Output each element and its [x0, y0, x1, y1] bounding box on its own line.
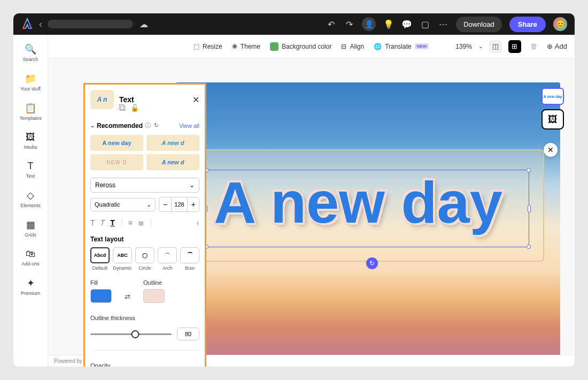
rail-text[interactable]: TText — [13, 157, 48, 182]
tip-icon[interactable]: 💡 — [383, 19, 394, 29]
close-icon[interactable]: ✕ — [192, 95, 199, 105]
text-icon: T — [28, 161, 34, 172]
outline-thickness-value[interactable]: 80 — [177, 328, 199, 340]
cloud-icon[interactable]: ☁ — [140, 19, 148, 29]
elements-icon: ◇ — [27, 189, 34, 201]
rail-premium[interactable]: ✦Premium — [13, 274, 48, 299]
rotate-handle[interactable]: ↻ — [366, 257, 378, 269]
panel-thumb: A n — [90, 90, 114, 109]
new-badge: NEW — [415, 43, 429, 49]
left-rail: 🔍Search 📁Your stuff 📋Templates 🖼Media TT… — [13, 35, 48, 367]
media-icon: 🖼 — [26, 132, 35, 143]
undo-icon[interactable]: ↶ — [326, 19, 336, 29]
font-style-select[interactable]: Quadratic⌄ — [90, 198, 156, 211]
chevron-down-icon: ⌄ — [189, 181, 195, 189]
layout-dynamic[interactable]: ABC — [113, 247, 132, 263]
align-tool[interactable]: ⊟Align — [341, 43, 364, 50]
redo-icon[interactable]: ↷ — [344, 19, 354, 29]
text-panel: A n Text ✕ ⿻ 🔓 ⌄ Recommended ⓘ ↻ View al… — [83, 83, 206, 367]
layout-default[interactable]: Abcd — [90, 247, 110, 263]
close-panel-button[interactable]: ✕ — [544, 143, 558, 157]
resize-tool[interactable]: ⬚Resize — [194, 43, 222, 50]
addons-icon: 🛍 — [26, 248, 35, 260]
grid-toggle-icon[interactable]: ⊞ — [508, 40, 521, 53]
font-variant-3[interactable]: T — [110, 218, 115, 227]
resize-icon: ⬚ — [194, 43, 199, 50]
sel-handle[interactable] — [527, 168, 531, 172]
layout-circle[interactable]: ◯ — [135, 247, 154, 263]
canvas[interactable]: A new day ↻ A new day 🖼 ✕ A — [48, 58, 575, 367]
copy-icon[interactable]: ⿻ — [119, 104, 126, 112]
decrease-button[interactable]: − — [159, 197, 171, 211]
app-logo — [21, 18, 34, 31]
user-avatar[interactable]: 😊 — [553, 17, 567, 31]
zoom-level[interactable]: 139% — [455, 43, 472, 50]
list-icon[interactable]: ≣ — [138, 218, 144, 227]
bgcolor-tool[interactable]: Background color — [270, 42, 331, 51]
layers-icon[interactable]: ◫ — [489, 40, 502, 53]
premium-icon: ✦ — [27, 277, 35, 289]
back-arrow-icon[interactable]: ‹ — [39, 19, 42, 30]
chevron-down-icon: ⌄ — [146, 201, 151, 208]
rail-your-stuff[interactable]: 📁Your stuff — [13, 70, 48, 95]
rail-grids[interactable]: ▦Grids — [13, 216, 48, 241]
outline-thickness-label: Outline thickness — [90, 315, 135, 321]
download-button[interactable]: Download — [456, 17, 502, 32]
opacity-label: Opacity — [90, 362, 110, 367]
sel-handle[interactable] — [528, 205, 531, 212]
font-variant-1[interactable]: T — [90, 218, 95, 227]
rail-media[interactable]: 🖼Media — [13, 128, 48, 153]
layout-bow[interactable]: ⁀ — [180, 247, 199, 263]
comment-icon[interactable]: 💬 — [401, 19, 412, 29]
fill-swatch[interactable] — [90, 289, 112, 303]
theme-tool[interactable]: ❋Theme — [232, 43, 260, 50]
rail-addons[interactable]: 🛍Add-ons — [13, 245, 48, 270]
template-tile[interactable]: NEW D — [90, 154, 143, 170]
topbar: ‹ ☁ ↶ ↷ 👤 💡 💬 ▢ ⋯ Download Share 😊 — [13, 13, 575, 35]
template-tile[interactable]: A new d — [146, 135, 199, 151]
toolbar: ⬚Resize ❋Theme Background color ⊟Align 🌐… — [48, 35, 575, 58]
refresh-icon[interactable]: ↻ — [154, 122, 159, 129]
view-all-link[interactable]: View all — [179, 123, 199, 129]
grids-icon: ▦ — [26, 219, 35, 231]
font-variant-2[interactable]: T — [100, 218, 105, 227]
lock-icon[interactable]: 🔓 — [130, 104, 139, 112]
translate-tool[interactable]: 🌐TranslateNEW — [374, 43, 429, 50]
rail-templates[interactable]: 📋Templates — [13, 99, 48, 124]
outline-thickness-slider[interactable] — [90, 333, 172, 335]
outline-label: Outline — [143, 279, 165, 286]
page-thumb[interactable]: A new day — [541, 88, 564, 105]
spacing-icon[interactable]: ⫞ — [196, 218, 199, 227]
rail-search[interactable]: 🔍Search — [13, 40, 48, 65]
bgcolor-swatch — [270, 42, 278, 51]
translate-icon: 🌐 — [374, 43, 382, 50]
delete-icon[interactable]: 🗑 — [528, 40, 540, 53]
add-button[interactable]: ⊕Add — [547, 42, 567, 50]
templates-icon: 📋 — [25, 102, 36, 114]
rail-elements[interactable]: ◇Elements — [13, 186, 48, 211]
template-tile[interactable]: A new day — [90, 135, 143, 151]
template-tile[interactable]: A new d — [146, 154, 199, 170]
workspace: ⬚Resize ❋Theme Background color ⊟Align 🌐… — [48, 35, 575, 367]
slider-thumb[interactable] — [131, 330, 139, 338]
sel-handle[interactable] — [527, 245, 531, 249]
more-icon[interactable]: ⋯ — [438, 19, 448, 29]
font-size-value[interactable]: 128 — [171, 197, 187, 211]
layout-arch[interactable]: ⌒ — [158, 247, 177, 263]
fill-label: Fill — [90, 279, 112, 286]
outline-swatch[interactable] — [143, 289, 165, 303]
image-thumb[interactable]: 🖼 — [541, 109, 564, 130]
chevron-down-icon[interactable]: ⌄ — [90, 123, 95, 128]
share-button[interactable]: Share — [509, 17, 546, 32]
doc-title-placeholder[interactable] — [48, 20, 133, 28]
swap-icon[interactable]: ⇄ — [125, 293, 130, 301]
present-icon[interactable]: ▢ — [420, 19, 430, 29]
info-icon[interactable]: ⓘ — [145, 121, 151, 130]
increase-button[interactable]: + — [187, 197, 199, 211]
align-left-icon[interactable]: ≡ — [128, 218, 133, 227]
selection-box[interactable] — [206, 170, 529, 247]
font-select[interactable]: Reross⌄ — [90, 178, 199, 193]
app-window: ‹ ☁ ↶ ↷ 👤 💡 💬 ▢ ⋯ Download Share 😊 🔍Sear… — [13, 13, 575, 367]
add-person-icon[interactable]: 👤 — [362, 17, 376, 31]
chevron-down-icon[interactable]: ⌄ — [478, 43, 483, 49]
